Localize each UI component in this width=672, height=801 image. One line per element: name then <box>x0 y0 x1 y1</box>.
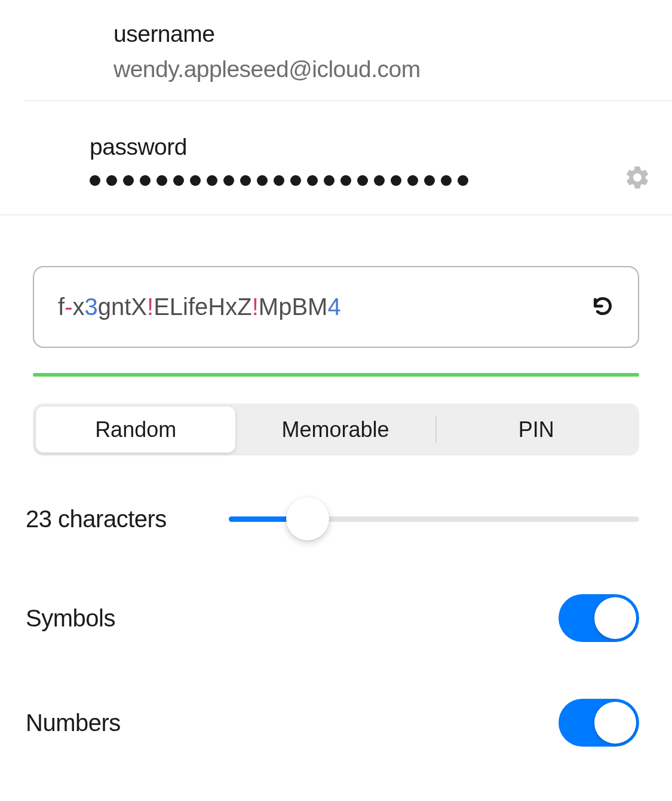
toggle-thumb <box>594 597 636 639</box>
numbers-row: Numbers <box>33 699 639 747</box>
segment-random-label: Random <box>95 417 176 442</box>
length-label: 23 characters <box>26 506 205 533</box>
segment-memorable[interactable]: Memorable <box>235 406 435 453</box>
symbols-row: Symbols <box>33 594 639 642</box>
gear-icon <box>624 183 651 193</box>
password-label: password <box>90 134 672 160</box>
length-slider[interactable] <box>229 497 639 540</box>
slider-thumb[interactable] <box>286 497 329 540</box>
password-masked-value <box>90 175 672 186</box>
username-row[interactable]: username wendy.appleseed@icloud.com <box>24 0 672 101</box>
username-label: username <box>113 21 672 47</box>
toggle-thumb <box>594 702 636 744</box>
numbers-label: Numbers <box>26 710 121 736</box>
length-row: 23 characters <box>33 497 639 540</box>
generated-password-box[interactable]: f-x3gntX!ELifeHxZ!MpBM4 <box>33 266 639 348</box>
refresh-button[interactable] <box>591 295 614 320</box>
password-row[interactable]: password <box>0 101 672 215</box>
segment-random[interactable]: Random <box>36 406 235 453</box>
segment-pin[interactable]: PIN <box>437 406 636 453</box>
numbers-toggle[interactable] <box>559 699 639 747</box>
generated-password-value: f-x3gntX!ELifeHxZ!MpBM4 <box>58 294 341 320</box>
symbols-label: Symbols <box>26 605 115 632</box>
password-settings-button[interactable] <box>624 164 651 194</box>
password-type-segmented-control[interactable]: Random Memorable PIN <box>33 403 639 455</box>
symbols-toggle[interactable] <box>559 594 639 642</box>
username-value: wendy.appleseed@icloud.com <box>113 56 672 82</box>
segment-memorable-label: Memorable <box>281 417 389 442</box>
segment-pin-label: PIN <box>518 417 554 442</box>
password-strength-bar <box>33 373 639 377</box>
